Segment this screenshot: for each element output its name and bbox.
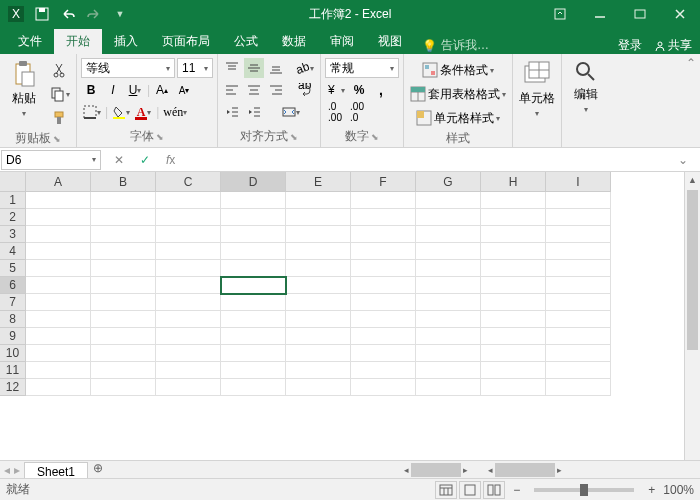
increase-indent-button[interactable] xyxy=(244,102,264,122)
accounting-button[interactable]: ¥▾ xyxy=(325,80,347,100)
underline-button[interactable]: U▾ xyxy=(125,80,145,100)
cell[interactable] xyxy=(286,294,351,311)
tab-视图[interactable]: 视图 xyxy=(366,29,414,54)
excel-icon[interactable]: X xyxy=(4,2,28,26)
row-header[interactable]: 1 xyxy=(0,192,26,209)
cell[interactable] xyxy=(416,243,481,260)
cell[interactable] xyxy=(221,362,286,379)
cell[interactable] xyxy=(156,379,221,396)
merge-button[interactable]: ▾ xyxy=(280,102,302,122)
minimize-icon[interactable] xyxy=(580,0,620,28)
cell[interactable] xyxy=(221,209,286,226)
cell[interactable] xyxy=(351,379,416,396)
cell[interactable] xyxy=(416,277,481,294)
cell[interactable] xyxy=(416,345,481,362)
cell[interactable] xyxy=(351,243,416,260)
row-header[interactable]: 8 xyxy=(0,311,26,328)
row-header[interactable]: 10 xyxy=(0,345,26,362)
align-middle-button[interactable] xyxy=(244,58,264,78)
cell-styles-button[interactable]: 单元格样式▾ xyxy=(408,108,508,128)
cell[interactable] xyxy=(286,209,351,226)
pagebreak-view-button[interactable] xyxy=(483,481,505,499)
cell[interactable] xyxy=(26,379,91,396)
cell[interactable] xyxy=(351,277,416,294)
zoom-level[interactable]: 100% xyxy=(663,483,694,497)
col-header[interactable]: I xyxy=(546,172,611,192)
zoom-in-button[interactable]: + xyxy=(648,483,655,497)
tell-me[interactable]: 💡告诉我… xyxy=(422,37,489,54)
cell[interactable] xyxy=(91,294,156,311)
border-button[interactable]: ▾ xyxy=(81,102,103,122)
font-name-select[interactable]: 等线▾ xyxy=(81,58,175,78)
redo-icon[interactable] xyxy=(82,2,106,26)
row-header[interactable]: 3 xyxy=(0,226,26,243)
cell[interactable] xyxy=(221,294,286,311)
tab-数据[interactable]: 数据 xyxy=(270,29,318,54)
cell[interactable] xyxy=(416,226,481,243)
fx-button[interactable]: fx xyxy=(162,153,179,167)
row-header[interactable]: 2 xyxy=(0,209,26,226)
row-header[interactable]: 7 xyxy=(0,294,26,311)
align-right-button[interactable] xyxy=(266,80,286,100)
format-painter-button[interactable] xyxy=(48,108,72,128)
cell[interactable] xyxy=(91,209,156,226)
increase-decimal-button[interactable]: .0.00 xyxy=(325,102,345,122)
pagelayout-view-button[interactable] xyxy=(459,481,481,499)
cell[interactable] xyxy=(91,260,156,277)
cell[interactable] xyxy=(286,243,351,260)
percent-button[interactable]: % xyxy=(349,80,369,100)
row-header[interactable]: 11 xyxy=(0,362,26,379)
cell[interactable] xyxy=(26,192,91,209)
comma-button[interactable]: , xyxy=(371,80,391,100)
cell[interactable] xyxy=(481,328,546,345)
cell[interactable] xyxy=(351,345,416,362)
normal-view-button[interactable] xyxy=(435,481,457,499)
row-header[interactable]: 12 xyxy=(0,379,26,396)
cell[interactable] xyxy=(416,362,481,379)
expand-formula-icon[interactable]: ⌄ xyxy=(674,153,692,167)
cell[interactable] xyxy=(481,379,546,396)
cell[interactable] xyxy=(91,243,156,260)
tab-开始[interactable]: 开始 xyxy=(54,29,102,54)
select-all-corner[interactable] xyxy=(0,172,26,192)
italic-button[interactable]: I xyxy=(103,80,123,100)
cell[interactable] xyxy=(546,362,611,379)
cell[interactable] xyxy=(156,243,221,260)
table-format-button[interactable]: 套用表格格式▾ xyxy=(408,84,508,104)
cell[interactable] xyxy=(481,209,546,226)
fill-color-button[interactable]: ▾ xyxy=(110,102,132,122)
zoom-slider[interactable] xyxy=(534,488,634,492)
cell[interactable] xyxy=(481,226,546,243)
align-center-button[interactable] xyxy=(244,80,264,100)
copy-button[interactable]: ▾ xyxy=(48,84,72,104)
col-header[interactable]: G xyxy=(416,172,481,192)
cell[interactable] xyxy=(481,277,546,294)
cell[interactable] xyxy=(481,311,546,328)
decrease-decimal-button[interactable]: .00.0 xyxy=(347,102,367,122)
cell[interactable] xyxy=(91,328,156,345)
cell[interactable] xyxy=(481,345,546,362)
align-top-button[interactable] xyxy=(222,58,242,78)
cell[interactable] xyxy=(546,328,611,345)
cell[interactable] xyxy=(286,362,351,379)
cell[interactable] xyxy=(481,294,546,311)
cell[interactable] xyxy=(416,311,481,328)
col-header[interactable]: D xyxy=(221,172,286,192)
cell[interactable] xyxy=(416,294,481,311)
phonetic-button[interactable]: wén▾ xyxy=(161,102,189,122)
cell[interactable] xyxy=(351,192,416,209)
cell[interactable] xyxy=(481,260,546,277)
sheet-nav-prev-icon[interactable]: ▸ xyxy=(14,463,20,477)
cell[interactable] xyxy=(26,311,91,328)
align-bottom-button[interactable] xyxy=(266,58,286,78)
cell[interactable] xyxy=(286,328,351,345)
sheet-tab[interactable]: Sheet1 xyxy=(24,462,88,478)
cells-button[interactable]: 单元格▾ xyxy=(517,56,557,122)
share-button[interactable]: 共享 xyxy=(654,37,692,54)
cell[interactable] xyxy=(286,226,351,243)
cell[interactable] xyxy=(26,328,91,345)
sign-in-link[interactable]: 登录 xyxy=(618,37,642,54)
bold-button[interactable]: B xyxy=(81,80,101,100)
font-color-button[interactable]: A▾ xyxy=(134,102,154,122)
cell[interactable] xyxy=(416,209,481,226)
